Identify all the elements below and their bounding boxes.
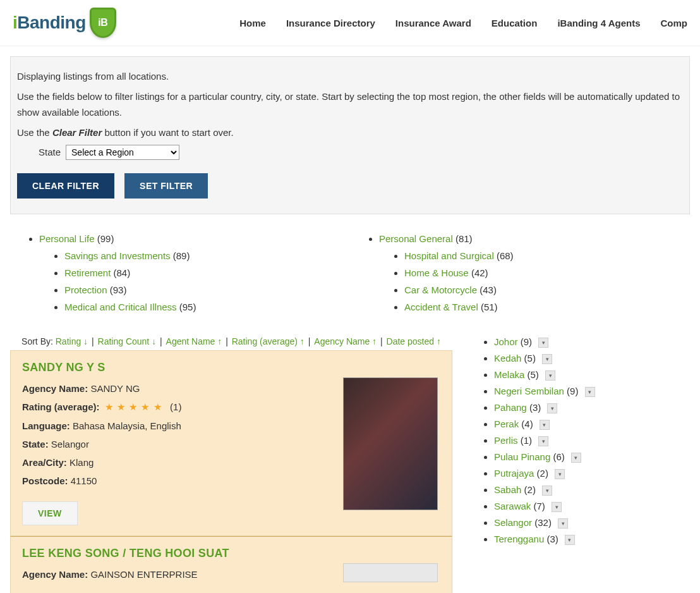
agent-card: LEE KENG SONG / TENG HOOI SUAT Agency Na… [10,536,452,594]
main-nav: HomeInsurance DirectoryInsurance AwardEd… [239,18,687,28]
chevron-down-icon[interactable]: ▾ [545,370,555,381]
state-link[interactable]: Pulau Pinang [494,451,550,462]
cat-link[interactable]: Accident & Travel [404,302,478,312]
chevron-down-icon[interactable]: ▾ [585,387,595,397]
nav-link[interactable]: Home [239,18,266,28]
sort-link[interactable]: Rating (average) ↑ [232,336,305,346]
nav-link[interactable]: Comp [661,18,688,28]
categories: Personal Life (99) Savings and Investmen… [0,214,700,325]
agent-photo [343,563,438,582]
cat-link[interactable]: Hospital and Surgical [404,250,494,261]
state-link[interactable]: Sarawak [494,501,531,511]
cat-personal-life[interactable]: Personal Life [39,233,95,244]
logo[interactable]: iBanding iB [13,8,116,38]
state-link[interactable]: Negeri Sembilan [494,386,564,396]
chevron-down-icon[interactable]: ▾ [547,403,557,413]
chevron-down-icon[interactable]: ▾ [571,453,581,463]
chevron-down-icon[interactable]: ▾ [540,420,550,430]
chevron-down-icon[interactable]: ▾ [552,502,562,512]
state-link[interactable]: Putrajaya [494,468,534,479]
chevron-down-icon[interactable]: ▾ [555,469,565,479]
state-link[interactable]: Melaka [494,369,524,380]
state-link[interactable]: Perlis [494,435,518,446]
sort-link[interactable]: Date posted ↑ [387,336,441,346]
state-link[interactable]: Terengganu [494,534,544,544]
chevron-down-icon[interactable]: ▾ [565,535,575,545]
cat-link[interactable]: Protection [64,284,107,295]
state-link[interactable]: Pahang [494,402,527,413]
filter-line1: Displaying listings from all locations. [17,68,683,85]
nav-link[interactable]: Insurance Award [395,18,471,28]
state-link[interactable]: Johor [494,336,518,347]
agent-card: SANDY NG Y S Agency Name: SANDY NG Ratin… [10,350,452,536]
chevron-down-icon[interactable]: ▾ [542,354,552,364]
agent-name[interactable]: LEE KENG SONG / TENG HOOI SUAT [22,547,440,560]
header: iBanding iB HomeInsurance DirectoryInsur… [0,0,700,46]
state-label: State [39,144,61,161]
nav-link[interactable]: iBanding 4 Agents [557,18,640,28]
nav-link[interactable]: Education [492,18,538,28]
state-link[interactable]: Kedah [494,353,521,364]
sort-link[interactable]: Agent Name ↑ [166,336,222,346]
logo-rest: Banding [17,13,86,33]
cat-link[interactable]: Car & Motorcycle [404,284,477,295]
filter-line3: Use the Clear Filter button if you want … [17,125,683,141]
cat-link[interactable]: Medical and Critical Illness [64,302,177,312]
sort-row: Sort By: Rating ↓ | Rating Count ↓ | Age… [10,336,452,346]
chevron-down-icon[interactable]: ▾ [542,486,552,496]
chevron-down-icon[interactable]: ▾ [538,338,548,348]
state-link[interactable]: Perak [494,419,519,429]
filter-box: Displaying listings from all locations. … [10,56,690,214]
filter-line2: Use the fields below to filter listings … [17,89,683,121]
state-link[interactable]: Selangor [494,517,532,528]
cat-personal-general[interactable]: Personal General [379,233,453,244]
sort-link[interactable]: Rating Count ↓ [98,336,157,346]
cat-link[interactable]: Retirement [64,267,111,278]
clear-filter-button[interactable]: CLEAR FILTER [17,173,114,199]
listings: Sort By: Rating ↓ | Rating Count ↓ | Age… [10,325,452,594]
logo-shield-icon: iB [90,8,116,38]
agent-name[interactable]: SANDY NG Y S [22,361,440,374]
chevron-down-icon[interactable]: ▾ [558,518,568,529]
sort-link[interactable]: Agency Name ↑ [314,336,377,346]
logo-letter-i: i [13,13,17,33]
state-link[interactable]: Sabah [494,484,521,495]
cat-link[interactable]: Savings and Investments [64,250,171,261]
agent-photo [343,377,438,510]
set-filter-button[interactable]: SET FILTER [124,173,208,199]
view-button[interactable]: VIEW [22,501,78,525]
star-icon: ★ ★ ★ ★ ★ [105,401,162,412]
chevron-down-icon[interactable]: ▾ [538,436,548,446]
cat-link[interactable]: Home & House [404,267,469,278]
nav-link[interactable]: Insurance Directory [286,18,375,28]
state-sidebar: Johor (9) ▾Kedah (5) ▾Melaka (5) ▾Negeri… [465,325,690,594]
sort-link[interactable]: Rating ↓ [56,336,88,346]
state-select[interactable]: Select a Region [66,145,179,160]
